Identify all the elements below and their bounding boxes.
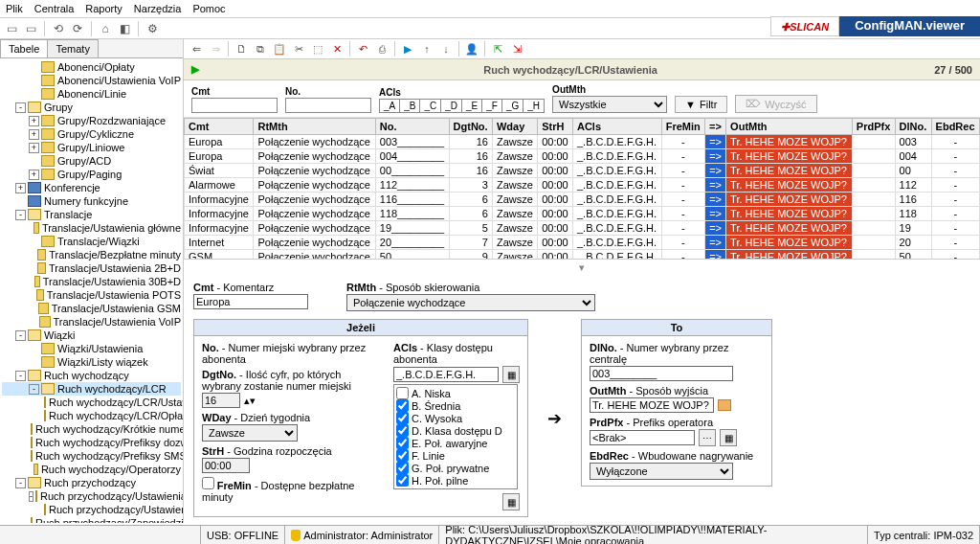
tree-item[interactable]: Translacje/Ustawienia główne [2,221,181,235]
tree-item[interactable]: Numery funkcyjne [2,194,181,208]
filter-no-input[interactable] [285,98,371,113]
expand-icon[interactable]: + [29,143,39,153]
expand-icon[interactable]: + [15,183,26,193]
acls-cell[interactable]: _B [400,100,420,112]
rtmth-select[interactable]: Połączenie wychodzące [346,294,595,311]
filter-acls-boxes[interactable]: _A_B_C_D_E_F_G_H [379,99,545,113]
acls-checkbox[interactable] [396,399,409,412]
extra-btn-icon[interactable]: ▦ [502,493,520,510]
strh-input[interactable] [202,458,250,473]
expand-icon[interactable]: - [15,371,26,381]
tab-tabele[interactable]: Tabele [0,39,48,57]
col-header[interactable]: ACls [572,119,661,135]
acls-checkbox[interactable] [396,462,409,474]
table-row[interactable]: EuropaPołączenie wychodzące003________16… [185,135,980,149]
tree-item[interactable]: Ruch wychodzący/Krótkie numery [2,422,181,436]
tb-icon[interactable]: ⌂ [98,21,113,36]
expand-icon[interactable]: - [15,210,26,220]
data-grid[interactable]: CmtRtMthNo.DgtNo.WdayStrHAClsFreMin=>Out… [184,118,980,260]
acls-option[interactable]: H. Poł. pilne [396,474,515,487]
expand-icon[interactable]: - [15,330,26,341]
acls-cell[interactable]: _C [420,100,441,112]
acls-checkbox[interactable] [396,474,409,487]
col-header[interactable]: EbdRec [931,119,979,135]
acls-option[interactable]: F. Linie [396,449,515,462]
wday-select[interactable]: Zawsze [202,424,298,442]
tree-item[interactable]: Wiązki/Ustawienia [2,342,181,355]
clear-button[interactable]: ⌦Wyczyść [735,95,816,113]
col-header[interactable]: StrH [538,119,573,135]
expand-icon[interactable]: + [29,116,39,126]
tree-item[interactable]: Abonenci/Ustawienia VoIP [2,74,181,87]
menu-narzedzia[interactable]: Narzędzia [134,3,182,14]
acls-option[interactable]: A. Niska [396,387,515,399]
tree-item[interactable]: -Ruch przychodzący/Ustawienia [2,489,181,503]
tb-icon[interactable]: ⟲ [51,21,66,36]
tree-item[interactable]: -Ruch wychodzący [2,369,181,382]
table-row[interactable]: InformacyjnePołączenie wychodzące19_____… [185,221,980,236]
run-icon[interactable]: ▶ [399,41,416,57]
import-icon[interactable]: ⇲ [508,41,525,57]
copy-icon[interactable]: ⧉ [252,41,269,57]
expand-icon[interactable]: - [15,478,26,488]
tool-icon[interactable]: ⬚ [309,41,326,57]
dgtno-input[interactable] [202,393,240,408]
acls-cell[interactable]: _D [441,100,462,112]
tree-item[interactable]: Translacje/Ustawienia VoIP [2,315,181,329]
acls-input[interactable] [393,367,499,382]
menu-centrala[interactable]: Centrala [34,3,75,14]
acls-option[interactable]: D. Klasa dostępu D [396,424,515,437]
new-icon[interactable]: 🗋 [233,41,250,57]
tree-item[interactable]: -Ruch wychodzący/LCR [2,382,181,396]
outmth-icon[interactable] [718,399,731,411]
expand-icon[interactable]: + [29,129,39,140]
tab-tematy[interactable]: Tematy [47,39,98,57]
acls-option[interactable]: E. Poł. awaryjne [396,437,515,449]
tree-item[interactable]: -Grupy [2,101,181,114]
undo-icon[interactable]: ↶ [354,41,371,57]
acls-option[interactable]: B. Średnia [396,399,515,412]
expand-icon[interactable]: ▶ [191,63,199,76]
down-icon[interactable]: ↓ [437,41,455,57]
acls-option[interactable]: G. Poł. prywatne [396,462,515,474]
col-header[interactable]: Wday [492,119,537,135]
nav-tree[interactable]: Abonenci/OpłatyAbonenci/Ustawienia VoIPA… [0,58,183,523]
tree-item[interactable]: +Konferencje [2,181,181,194]
tb-icon[interactable]: ⚙ [145,21,160,36]
menu-pomoc[interactable]: Pomoc [192,3,225,14]
tb-icon[interactable]: ⟳ [70,21,85,36]
tree-item[interactable]: Grupy/ACD [2,154,181,168]
user-icon[interactable]: 👤 [463,41,480,57]
cut-icon[interactable]: ✂ [290,41,307,57]
acls-checkbox[interactable] [396,387,409,399]
tree-item[interactable]: Translacje/Ustawienia 30B+D [2,275,181,288]
table-row[interactable]: EuropaPołączenie wychodzące004________16… [185,149,980,164]
tree-item[interactable]: +Grupy/Paging [2,168,181,181]
tree-item[interactable]: Ruch wychodzący/Prefiksy SMS [2,449,181,463]
table-row[interactable]: InformacyjnePołączenie wychodzące116____… [185,193,980,207]
menu-plik[interactable]: Plik [6,3,23,14]
acls-btn-icon[interactable]: ▦ [502,366,520,383]
table-row[interactable]: InformacyjnePołączenie wychodzące118____… [185,207,980,221]
col-header[interactable]: DgtNo. [449,119,492,135]
acls-checkbox[interactable] [396,424,409,437]
tree-item[interactable]: Translacje/Ustawienia GSM [2,302,181,315]
up-icon[interactable]: ↑ [418,41,435,57]
col-header[interactable]: OutMth [726,119,853,135]
prdpfx-picker-icon[interactable]: ⋯ [699,429,716,446]
tree-item[interactable]: +Grupy/Liniowe [2,141,181,154]
tree-item[interactable]: Abonenci/Linie [2,87,181,101]
tree-item[interactable]: Translacje/Ustawienia 2B+D [2,261,181,275]
filter-button[interactable]: ▼Filtr [675,96,727,113]
tb-icon[interactable]: ▭ [4,21,19,36]
menu-raporty[interactable]: Raporty [85,3,122,14]
paste-icon[interactable]: 📋 [271,41,288,57]
acls-cell[interactable]: _F [482,100,502,112]
acls-cell[interactable]: _A [380,100,400,112]
expand-icon[interactable]: + [29,170,39,180]
tree-item[interactable]: -Wiązki [2,329,181,342]
tree-item[interactable]: +Grupy/Cykliczne [2,127,181,141]
col-header[interactable]: No. [375,119,449,135]
col-header[interactable]: RtMth [254,119,375,135]
splitter[interactable]: ▾ [184,260,980,276]
